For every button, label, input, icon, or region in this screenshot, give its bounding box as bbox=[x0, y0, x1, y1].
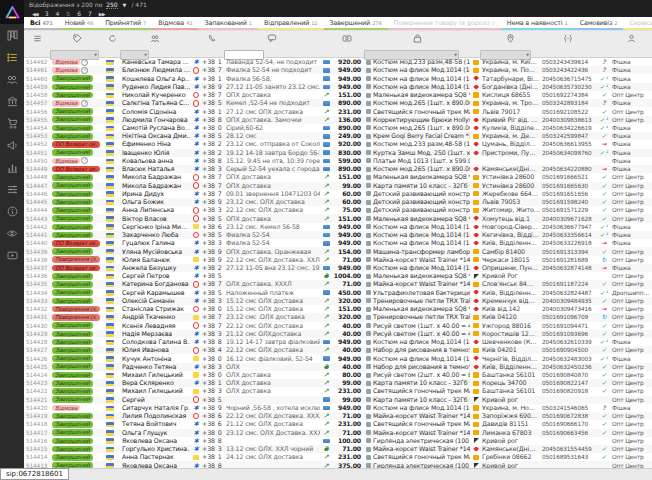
table-row[interactable]: 514437 DO Возврат ок.i Анжела Безушку +3… bbox=[24, 264, 652, 272]
table-row[interactable]: 514425 Завершенийi Радченко Тетяна +383 … bbox=[24, 363, 652, 371]
sidebar-item-orders-list-icon[interactable] bbox=[0, 46, 24, 68]
table-row[interactable]: 514422 Завершенийi Михаил Гилецький +383… bbox=[24, 387, 652, 395]
table-row[interactable]: 514423 Завершенийi Вера Скляренко +381 О… bbox=[24, 379, 652, 387]
phone-number: +389 bbox=[200, 404, 224, 412]
sidebar-item-cart-icon[interactable] bbox=[0, 112, 24, 134]
table-row[interactable]: 514459 Завершенийi Руденко Лидия Пав… +3… bbox=[24, 83, 652, 91]
table-row[interactable]: 514439 Завершенийi Уляна Мусійовська +38… bbox=[24, 247, 652, 255]
table-row[interactable]: 514458 Завершенийi Николай Кучеренко +38… bbox=[24, 91, 652, 99]
payment-cell bbox=[320, 126, 330, 131]
table-row[interactable]: 514414 Завершенийi Анна Пастернак +381 2… bbox=[24, 453, 652, 461]
page-button-5[interactable]: 5 bbox=[66, 10, 70, 18]
sidebar-item-broadcast-icon[interactable] bbox=[0, 134, 24, 156]
table-row[interactable]: 514453 Завершенийi Нікітіна Оксана Дми… … bbox=[24, 132, 652, 140]
table-row[interactable]: 514432 Повернення (з.i Станіслав Стрижак… bbox=[24, 305, 652, 313]
sidebar-item-views-icon[interactable] bbox=[0, 222, 24, 244]
table-row[interactable]: 514433 Завершенийi Олексій Семанін +383 … bbox=[24, 297, 652, 305]
tracking-column-icon[interactable] bbox=[540, 34, 596, 43]
table-row[interactable]: 514461 Відмоваi Близнюк Людмила … +387 Ф… bbox=[24, 66, 652, 74]
table-row[interactable]: 514431 Повернення (з.i Андрій Ткаченко +… bbox=[24, 313, 652, 321]
tab-4-запакований[interactable]: Запакований1 bbox=[198, 17, 258, 30]
sidebar-item-apps-icon[interactable] bbox=[0, 24, 24, 46]
table-row[interactable]: 514438 Повернення (з.i Юлия Баланюк +389… bbox=[24, 256, 652, 264]
refresh-column-icon[interactable] bbox=[104, 34, 120, 43]
table-row[interactable]: 514460 Завершенийi Кошелева Ольга Ар… +3… bbox=[24, 74, 652, 82]
table-row[interactable]: 514454 Завершенийi Самотій Руслана Во… +… bbox=[24, 124, 652, 132]
last-page-button[interactable]: ▶▶ bbox=[99, 10, 105, 18]
table-row[interactable]: 514418 Завершенийi Тетяна Войтович +386 … bbox=[24, 420, 652, 428]
tab-0-всі[interactable]: Всі471 bbox=[24, 17, 59, 30]
tab-5-відправлений[interactable]: Відправлений12 bbox=[258, 17, 324, 30]
table-row[interactable]: 514435 Завершенийi Катерина Богданова +3… bbox=[24, 280, 652, 288]
table-row[interactable]: 514445 Завершенийi Ольга Божик +389 23.1… bbox=[24, 198, 652, 206]
sidebar-item-settings-sliders-icon[interactable] bbox=[0, 178, 24, 200]
sidebar-item-info-icon[interactable] bbox=[0, 200, 24, 222]
page-size-value[interactable]: 250 bbox=[106, 1, 117, 9]
sidebar-item-stats-icon[interactable] bbox=[0, 156, 24, 178]
table-row[interactable]: 514436 Завершенийi Сергей Петров +385 10… bbox=[24, 272, 652, 280]
page-button-4[interactable]: 4 bbox=[56, 10, 60, 18]
table-row[interactable]: 514446 Завершенийi Ирина Дидух +387 09.0… bbox=[24, 190, 652, 198]
table-row[interactable]: 514441 Завершенийi Захарченко Люба +385 … bbox=[24, 231, 652, 239]
tracking-number: 0503241546065 bbox=[540, 404, 596, 412]
first-page-button[interactable]: ◀◀ bbox=[32, 10, 38, 18]
status-column-icon[interactable] bbox=[50, 34, 104, 43]
location-column-icon[interactable] bbox=[480, 34, 540, 43]
table-row[interactable]: 514448 Завершенийi Микола Бадражан +387 … bbox=[24, 173, 652, 181]
page-button-6[interactable]: 6 bbox=[77, 10, 81, 18]
order-source: Опт Центр bbox=[610, 445, 652, 453]
phone-column-icon[interactable] bbox=[200, 34, 224, 43]
table-row[interactable]: 514442 Завершенийi Сергієнко Іріна Ми… +… bbox=[24, 223, 652, 231]
table-row[interactable]: 514455 Завершенийi Людмила Гончарова +38… bbox=[24, 116, 652, 124]
page-button-3[interactable]: 3 bbox=[45, 10, 49, 18]
table-row[interactable]: 514444 Завершенийi Анна Липенська +383 2… bbox=[24, 206, 652, 214]
table-row[interactable]: 514449 DO Возврат ок.i Власюк Наталья +3… bbox=[24, 165, 652, 173]
table-row[interactable]: 514462 Відмоваi Каневська Тамара … +381 … bbox=[24, 58, 652, 66]
chevron-down-icon[interactable]: ▼ bbox=[123, 2, 127, 8]
table-row[interactable]: 514430 Завершенийi Ксенія Левадняя +387 … bbox=[24, 322, 652, 330]
tab-10-сервіси[interactable]: Сервіси0 bbox=[623, 17, 652, 30]
client-column-icon[interactable] bbox=[120, 34, 190, 43]
table-row[interactable]: 514451 Завершенийi Іващенко Юлія +382 19… bbox=[24, 149, 652, 157]
source-column-icon[interactable] bbox=[610, 34, 652, 43]
page-button-7[interactable]: 7 bbox=[88, 10, 92, 18]
table-row[interactable]: 514429 Завершенийi Надія Мерзаєва +383 2… bbox=[24, 330, 652, 338]
table-row[interactable]: 514419 Завершенийi Лилия Подолинская +38… bbox=[24, 412, 652, 420]
product-column-icon[interactable] bbox=[364, 34, 470, 43]
sidebar-item-finance-icon[interactable] bbox=[0, 90, 24, 112]
table-row[interactable]: 514452 DO Возврат ок.i Єфименко Ніна +38… bbox=[24, 140, 652, 148]
sidebar-item-video-icon[interactable] bbox=[0, 244, 24, 266]
comment-column-icon[interactable] bbox=[224, 34, 320, 43]
tab-2-прийнятий[interactable]: Прийнятий7 bbox=[99, 17, 152, 30]
money-column-icon[interactable] bbox=[330, 34, 364, 43]
tab-8-нема-в-наявності[interactable]: Нема в наявності1 bbox=[501, 17, 574, 30]
table-row[interactable]: 514457 Відмоваi Салєгіна Татьяна С… +385… bbox=[24, 99, 652, 107]
table-row[interactable]: 514456 Завершенийi Соломія Сідоніна +381… bbox=[24, 107, 652, 115]
tab-3-відмова[interactable]: Відмова42 bbox=[152, 17, 198, 30]
carrier-cell bbox=[470, 142, 480, 146]
app-logo[interactable] bbox=[0, 0, 24, 24]
country-cell bbox=[104, 182, 120, 190]
table-row[interactable]: 514424 Завершенийi Михаил Гилецький +380… bbox=[24, 371, 652, 379]
carrier-icon bbox=[473, 183, 478, 188]
table-row[interactable]: 514428 Завершенийi Солодкова Галина В… +… bbox=[24, 338, 652, 346]
table-row[interactable]: 514420 Відмоваi Ситарчук Наталія Гр… +38… bbox=[24, 404, 652, 412]
tab-1-новий[interactable]: Новий48 bbox=[59, 17, 99, 30]
sidebar-item-clients-icon[interactable] bbox=[0, 68, 24, 90]
tab-7-повернення-товару-в-дорозі-[interactable]: Повернення товару (в дорозі)0 bbox=[388, 17, 501, 30]
table-row[interactable]: 514427 Завершенийi Юлия Иванова +384 22.… bbox=[24, 346, 652, 354]
table-row[interactable]: 514416 Завершенийi Яковлева Оксана +388 … bbox=[24, 437, 652, 445]
table-row[interactable]: 514421 Завершенийi Сергей +385 99.00 Кар… bbox=[24, 396, 652, 404]
table-row[interactable]: 514443 Завершенийi Віктор Власов +385 ОП… bbox=[24, 214, 652, 222]
table-row[interactable]: 514426 Завершенийi Кучук Антоніна +380 1… bbox=[24, 354, 652, 362]
tab-6-завершений[interactable]: Завершений278 bbox=[324, 17, 388, 30]
table-row[interactable]: 514450 Відмоваi Ковальова анна +388 15.1… bbox=[24, 157, 652, 165]
id-column-icon[interactable] bbox=[24, 34, 50, 43]
table-row[interactable]: 514447 Завершенийi Микола Бадражан +387 … bbox=[24, 182, 652, 190]
table-row[interactable]: 514417 Завершенийi Ольга Глущук +380 23.… bbox=[24, 429, 652, 437]
table-row[interactable]: 514415 Завершенийi Горгулько Христина… +… bbox=[24, 445, 652, 453]
tab-9-самовивіз[interactable]: Самовивіз2 bbox=[574, 17, 624, 30]
ukraine-flag-icon bbox=[106, 191, 114, 196]
table-row[interactable]: 514440 DO Возврат ок.i Гуцалюк Галина +3… bbox=[24, 239, 652, 247]
table-row[interactable]: 514434 Завершенийi Сергей Карамышев +385… bbox=[24, 289, 652, 297]
